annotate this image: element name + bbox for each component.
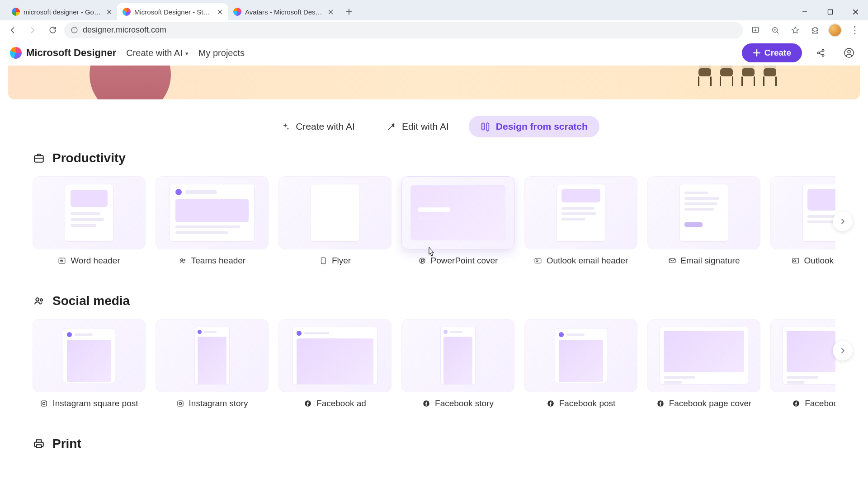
briefcase-icon	[33, 152, 45, 164]
template-preview	[770, 176, 835, 249]
wand-icon	[387, 122, 396, 131]
template-facebook-ad[interactable]: Facebook ad	[278, 319, 392, 408]
chrome-menu-icon[interactable]: ⋮	[846, 22, 863, 39]
template-word-header[interactable]: Word header	[33, 176, 146, 266]
template-label: Facebook ever	[805, 399, 835, 408]
template-flyer[interactable]: Flyer	[278, 176, 392, 266]
template-label: Word header	[71, 256, 120, 266]
favicon-designer	[233, 8, 241, 16]
share-icon[interactable]	[812, 44, 830, 62]
app-viewport: Microsoft Designer Create with AI ▾ My p…	[0, 40, 868, 488]
mode-create-ai[interactable]: Create with AI	[269, 116, 367, 137]
template-facebook-page-cover[interactable]: Facebook page cover	[647, 319, 760, 408]
template-teams-header[interactable]: Teams header	[156, 176, 269, 266]
svg-point-17	[536, 260, 538, 262]
brand[interactable]: Microsoft Designer	[10, 47, 116, 59]
section-social: Social media Instagram square post Insta…	[0, 294, 868, 408]
svg-point-22	[40, 299, 42, 301]
extensions-icon[interactable]	[807, 22, 824, 39]
template-label: Teams header	[191, 256, 245, 266]
social-carousel[interactable]: Instagram square post Instagram story Fa…	[33, 319, 835, 408]
address-bar[interactable]: designer.microsoft.com	[64, 22, 743, 38]
template-preview	[278, 176, 392, 249]
template-outlook-header[interactable]: Outlook email header	[524, 176, 637, 266]
mail-icon	[668, 257, 676, 265]
create-button[interactable]: Create	[742, 43, 802, 62]
template-facebook-post[interactable]: Facebook post	[524, 319, 637, 408]
template-label: PowerPoint cover	[431, 256, 498, 266]
window-maximize-button[interactable]	[817, 3, 843, 20]
mode-design-scratch[interactable]: Design from scratch	[469, 116, 599, 137]
mode-selector: Create with AI Edit with AI Design from …	[0, 116, 868, 137]
browser-tab-designer[interactable]: Microsoft Designer - Stunning	[117, 3, 228, 20]
url-text: designer.microsoft.com	[83, 25, 737, 35]
template-facebook-event[interactable]: Facebook ever	[770, 319, 835, 408]
printer-icon	[33, 437, 45, 450]
facebook-icon	[422, 399, 430, 408]
template-label: Email signature	[681, 256, 740, 266]
svg-point-27	[179, 402, 181, 404]
install-app-icon[interactable]	[747, 22, 764, 39]
productivity-carousel[interactable]: Word header Teams header Flyer PowerPoin…	[33, 176, 835, 266]
back-button[interactable]	[5, 22, 21, 38]
tab-title: Microsoft Designer - Stunning	[134, 8, 212, 16]
template-outlook-eventify[interactable]: Outlook Eventif	[770, 176, 835, 266]
account-icon[interactable]	[840, 44, 858, 62]
carousel-next-button[interactable]	[833, 211, 853, 231]
facebook-icon	[304, 399, 312, 408]
browser-tab-avatars[interactable]: Avatars - Microsoft Designer	[228, 3, 339, 20]
svg-rect-0	[828, 9, 832, 14]
new-tab-button[interactable]	[341, 4, 357, 19]
section-print: Print	[0, 436, 868, 451]
zoom-icon[interactable]	[767, 22, 784, 39]
chevron-down-icon: ▾	[185, 50, 189, 57]
outlook-icon	[792, 257, 800, 265]
mode-label: Edit with AI	[402, 121, 449, 132]
instagram-icon	[176, 399, 184, 408]
nav-my-projects[interactable]: My projects	[198, 48, 245, 58]
template-email-signature[interactable]: Email signature	[647, 176, 760, 266]
close-icon[interactable]	[105, 8, 113, 15]
browser-tab-google[interactable]: microsoft designer - Google Se	[6, 3, 117, 20]
svg-point-15	[420, 258, 425, 263]
template-powerpoint-cover[interactable]: PowerPoint cover	[401, 176, 514, 266]
flyer-icon	[319, 257, 327, 265]
section-title: Social media	[52, 294, 130, 308]
template-instagram-square[interactable]: Instagram square post	[33, 319, 146, 408]
template-label: Facebook page cover	[669, 399, 752, 408]
template-preview	[401, 319, 514, 392]
instagram-icon	[40, 399, 48, 408]
close-icon[interactable]	[216, 8, 223, 15]
site-info-icon[interactable]	[71, 26, 78, 34]
forward-button[interactable]	[24, 22, 41, 38]
nav-label: Create with AI	[126, 48, 183, 58]
svg-rect-14	[321, 258, 325, 264]
bookmark-icon[interactable]	[787, 22, 804, 39]
section-title: Print	[52, 436, 81, 451]
profile-avatar[interactable]	[826, 22, 844, 39]
ruler-pencil-icon	[481, 122, 491, 131]
template-facebook-story[interactable]: Facebook story	[401, 319, 514, 408]
template-label: Facebook story	[435, 399, 494, 408]
svg-point-24	[43, 402, 45, 404]
section-title: Productivity	[52, 151, 126, 165]
hero-graphic-left	[90, 66, 171, 99]
template-preview	[156, 319, 269, 392]
window-close-button[interactable]	[843, 3, 868, 20]
nav-create-with-ai[interactable]: Create with AI ▾	[126, 48, 189, 58]
brand-name: Microsoft Designer	[26, 47, 116, 59]
svg-point-28	[181, 401, 182, 402]
carousel-next-button[interactable]	[833, 341, 853, 361]
template-instagram-story[interactable]: Instagram story	[156, 319, 269, 408]
sparkle-icon	[280, 122, 290, 131]
reload-button[interactable]	[44, 22, 61, 38]
template-label: Flyer	[332, 256, 351, 266]
svg-point-21	[36, 298, 39, 301]
browser-toolbar: designer.microsoft.com ⋮	[0, 20, 868, 40]
window-minimize-button[interactable]	[792, 3, 817, 20]
close-icon[interactable]	[327, 8, 334, 15]
template-label: Facebook post	[559, 399, 616, 408]
mode-edit-ai[interactable]: Edit with AI	[375, 116, 461, 137]
window-controls	[792, 3, 868, 20]
svg-point-20	[793, 260, 796, 262]
